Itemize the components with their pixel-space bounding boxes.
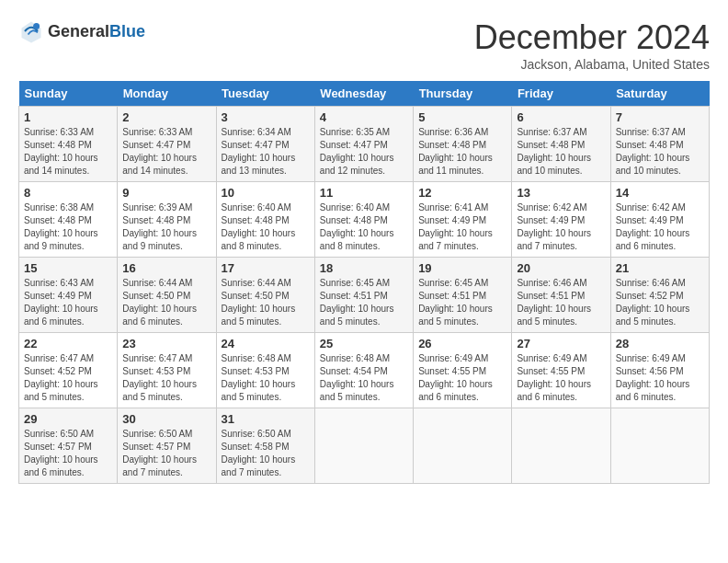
- month-title: December 2024: [474, 18, 710, 57]
- day-info: Sunrise: 6:33 AMSunset: 4:47 PMDaylight:…: [122, 126, 210, 178]
- logo: GeneralBlue: [18, 18, 145, 44]
- calendar-cell: 19Sunrise: 6:45 AMSunset: 4:51 PMDayligh…: [414, 258, 512, 333]
- weekday-header: Sunday: [19, 81, 118, 107]
- day-info: Sunrise: 6:46 AMSunset: 4:51 PMDaylight:…: [517, 277, 605, 328]
- logo-text: GeneralBlue: [48, 22, 145, 41]
- day-number: 24: [222, 337, 310, 350]
- day-info: Sunrise: 6:49 AMSunset: 4:55 PMDaylight:…: [418, 352, 506, 404]
- day-number: 23: [122, 337, 210, 350]
- day-number: 14: [616, 186, 704, 200]
- calendar-cell: 7Sunrise: 6:37 AMSunset: 4:48 PMDaylight…: [610, 107, 709, 182]
- weekday-header-row: SundayMondayTuesdayWednesdayThursdayFrid…: [19, 81, 710, 107]
- calendar-cell: [414, 408, 512, 484]
- calendar-cell: 13Sunrise: 6:42 AMSunset: 4:49 PMDayligh…: [512, 182, 610, 258]
- svg-point-1: [33, 23, 40, 29]
- calendar-cell: 18Sunrise: 6:45 AMSunset: 4:51 PMDayligh…: [314, 258, 413, 333]
- day-info: Sunrise: 6:41 AMSunset: 4:49 PMDaylight:…: [418, 201, 506, 253]
- calendar-cell: [314, 408, 413, 484]
- day-number: 9: [122, 186, 210, 200]
- day-info: Sunrise: 6:48 AMSunset: 4:54 PMDaylight:…: [320, 352, 408, 404]
- day-number: 7: [616, 110, 704, 124]
- calendar-week-row: 22Sunrise: 6:47 AMSunset: 4:52 PMDayligh…: [19, 333, 710, 408]
- calendar-cell: 15Sunrise: 6:43 AMSunset: 4:49 PMDayligh…: [19, 258, 118, 333]
- weekday-header: Wednesday: [314, 81, 413, 107]
- title-section: December 2024 Jackson, Alabama, United S…: [474, 18, 710, 72]
- day-number: 3: [222, 110, 310, 124]
- day-number: 16: [122, 261, 210, 275]
- day-info: Sunrise: 6:37 AMSunset: 4:48 PMDaylight:…: [616, 126, 704, 178]
- day-info: Sunrise: 6:37 AMSunset: 4:48 PMDaylight:…: [517, 126, 605, 178]
- calendar-cell: 26Sunrise: 6:49 AMSunset: 4:55 PMDayligh…: [414, 333, 512, 408]
- weekday-header: Thursday: [414, 81, 512, 107]
- day-number: 31: [222, 412, 310, 426]
- weekday-header: Friday: [512, 81, 610, 107]
- day-number: 18: [320, 261, 408, 275]
- calendar-cell: 14Sunrise: 6:42 AMSunset: 4:49 PMDayligh…: [610, 182, 709, 258]
- day-number: 10: [222, 186, 310, 200]
- calendar-week-row: 29Sunrise: 6:50 AMSunset: 4:57 PMDayligh…: [19, 408, 710, 484]
- calendar-cell: 12Sunrise: 6:41 AMSunset: 4:49 PMDayligh…: [414, 182, 512, 258]
- day-info: Sunrise: 6:42 AMSunset: 4:49 PMDaylight:…: [517, 201, 605, 253]
- calendar-cell: 28Sunrise: 6:49 AMSunset: 4:56 PMDayligh…: [610, 333, 709, 408]
- day-info: Sunrise: 6:47 AMSunset: 4:52 PMDaylight:…: [24, 352, 112, 404]
- calendar-cell: 24Sunrise: 6:48 AMSunset: 4:53 PMDayligh…: [216, 333, 314, 408]
- day-number: 29: [24, 412, 112, 426]
- day-info: Sunrise: 6:40 AMSunset: 4:48 PMDaylight:…: [320, 201, 408, 253]
- calendar-cell: [512, 408, 610, 484]
- calendar-cell: 10Sunrise: 6:40 AMSunset: 4:48 PMDayligh…: [216, 182, 314, 258]
- calendar-cell: 1Sunrise: 6:33 AMSunset: 4:48 PMDaylight…: [19, 107, 118, 182]
- day-number: 19: [418, 261, 506, 275]
- day-number: 22: [24, 337, 112, 350]
- day-info: Sunrise: 6:47 AMSunset: 4:53 PMDaylight:…: [122, 352, 210, 404]
- day-number: 17: [222, 261, 310, 275]
- day-number: 8: [24, 186, 112, 200]
- calendar-cell: 2Sunrise: 6:33 AMSunset: 4:47 PMDaylight…: [118, 107, 216, 182]
- calendar-cell: 25Sunrise: 6:48 AMSunset: 4:54 PMDayligh…: [314, 333, 413, 408]
- day-info: Sunrise: 6:42 AMSunset: 4:49 PMDaylight:…: [616, 201, 704, 253]
- calendar-cell: 27Sunrise: 6:49 AMSunset: 4:55 PMDayligh…: [512, 333, 610, 408]
- calendar-week-row: 8Sunrise: 6:38 AMSunset: 4:48 PMDaylight…: [19, 182, 710, 258]
- day-number: 20: [517, 261, 605, 275]
- calendar-cell: 20Sunrise: 6:46 AMSunset: 4:51 PMDayligh…: [512, 258, 610, 333]
- day-number: 15: [24, 261, 112, 275]
- day-info: Sunrise: 6:50 AMSunset: 4:57 PMDaylight:…: [24, 428, 112, 479]
- calendar-cell: 4Sunrise: 6:35 AMSunset: 4:47 PMDaylight…: [314, 107, 413, 182]
- weekday-header: Tuesday: [216, 81, 314, 107]
- calendar-cell: 6Sunrise: 6:37 AMSunset: 4:48 PMDaylight…: [512, 107, 610, 182]
- calendar-cell: 31Sunrise: 6:50 AMSunset: 4:58 PMDayligh…: [216, 408, 314, 484]
- location: Jackson, Alabama, United States: [474, 57, 710, 72]
- day-number: 13: [517, 186, 605, 200]
- day-info: Sunrise: 6:45 AMSunset: 4:51 PMDaylight:…: [418, 277, 506, 328]
- day-number: 1: [24, 110, 112, 124]
- day-number: 25: [320, 337, 408, 350]
- day-number: 28: [616, 337, 704, 350]
- day-info: Sunrise: 6:50 AMSunset: 4:58 PMDaylight:…: [222, 428, 310, 479]
- day-info: Sunrise: 6:33 AMSunset: 4:48 PMDaylight:…: [24, 126, 112, 178]
- calendar-cell: 3Sunrise: 6:34 AMSunset: 4:47 PMDaylight…: [216, 107, 314, 182]
- calendar-cell: 22Sunrise: 6:47 AMSunset: 4:52 PMDayligh…: [19, 333, 118, 408]
- day-info: Sunrise: 6:40 AMSunset: 4:48 PMDaylight:…: [222, 201, 310, 253]
- calendar-cell: 5Sunrise: 6:36 AMSunset: 4:48 PMDaylight…: [414, 107, 512, 182]
- day-number: 6: [517, 110, 605, 124]
- calendar-cell: 29Sunrise: 6:50 AMSunset: 4:57 PMDayligh…: [19, 408, 118, 484]
- calendar-cell: 11Sunrise: 6:40 AMSunset: 4:48 PMDayligh…: [314, 182, 413, 258]
- day-info: Sunrise: 6:50 AMSunset: 4:57 PMDaylight:…: [122, 428, 210, 479]
- calendar-table: SundayMondayTuesdayWednesdayThursdayFrid…: [18, 81, 710, 484]
- day-info: Sunrise: 6:46 AMSunset: 4:52 PMDaylight:…: [616, 277, 704, 328]
- day-number: 4: [320, 110, 408, 124]
- page-header: GeneralBlue December 2024 Jackson, Alaba…: [18, 18, 710, 72]
- calendar-cell: 23Sunrise: 6:47 AMSunset: 4:53 PMDayligh…: [118, 333, 216, 408]
- day-number: 11: [320, 186, 408, 200]
- day-number: 26: [418, 337, 506, 350]
- day-info: Sunrise: 6:48 AMSunset: 4:53 PMDaylight:…: [222, 352, 310, 404]
- day-number: 12: [418, 186, 506, 200]
- day-number: 30: [122, 412, 210, 426]
- logo-icon: [18, 18, 44, 44]
- calendar-cell: 21Sunrise: 6:46 AMSunset: 4:52 PMDayligh…: [610, 258, 709, 333]
- day-info: Sunrise: 6:36 AMSunset: 4:48 PMDaylight:…: [418, 126, 506, 178]
- calendar-week-row: 1Sunrise: 6:33 AMSunset: 4:48 PMDaylight…: [19, 107, 710, 182]
- calendar-week-row: 15Sunrise: 6:43 AMSunset: 4:49 PMDayligh…: [19, 258, 710, 333]
- day-info: Sunrise: 6:38 AMSunset: 4:48 PMDaylight:…: [24, 201, 112, 253]
- day-info: Sunrise: 6:45 AMSunset: 4:51 PMDaylight:…: [320, 277, 408, 328]
- calendar-cell: [610, 408, 709, 484]
